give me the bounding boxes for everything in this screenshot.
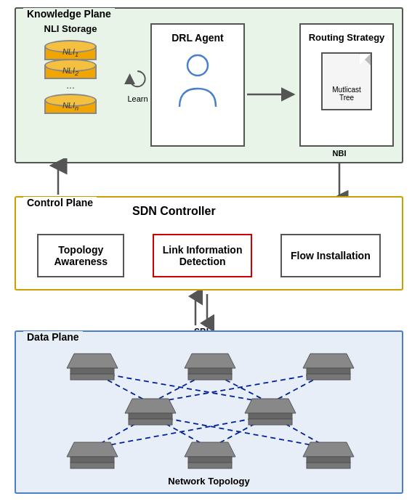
cylinder-label-1: NLI1 xyxy=(44,47,97,58)
svg-rect-34 xyxy=(70,457,114,463)
svg-rect-23 xyxy=(188,374,232,380)
switch-top-mid xyxy=(185,354,235,380)
sdn-controller-label: SDN Controller xyxy=(132,205,216,218)
svg-line-10 xyxy=(150,372,328,403)
cylinder-1: NLI1 xyxy=(44,40,97,60)
nli-storage-label: NLI Storage xyxy=(44,23,97,34)
link-info-box: Link InformationDetection xyxy=(153,234,253,277)
knowledge-plane: Knowledge Plane NLI Storage NLI1 NLI2 ··… xyxy=(15,7,403,163)
learn-label: Learn xyxy=(127,94,148,103)
svg-marker-39 xyxy=(303,442,354,457)
link-info-label: Link InformationDetection xyxy=(163,244,243,267)
svg-rect-41 xyxy=(307,463,350,468)
cylinder-label-n: NLIn xyxy=(44,101,97,112)
routing-strategy-box: Routing Strategy Mutlicast Tree xyxy=(299,23,394,147)
cylinder-dots: ··· xyxy=(66,82,75,92)
svg-rect-20 xyxy=(70,374,114,380)
person-icon xyxy=(176,52,219,110)
svg-rect-25 xyxy=(307,368,350,374)
doc-icon: Mutlicast Tree xyxy=(321,52,372,110)
sbi-arrow-icon xyxy=(179,290,223,330)
svg-marker-24 xyxy=(303,354,354,368)
drl-to-routing-arrow xyxy=(247,87,299,102)
flow-install-label: Flow Installation xyxy=(291,250,371,261)
cylinder-2: NLI2 xyxy=(44,59,97,79)
switch-mid-left xyxy=(125,399,176,425)
switch-mid-right xyxy=(245,399,296,425)
flow-install-box: Flow Installation xyxy=(280,234,381,277)
switch-bot-right xyxy=(303,442,354,468)
topology-grid: .dashed { stroke: #002299; stroke-width:… xyxy=(38,346,380,470)
switch-bot-mid xyxy=(185,442,235,468)
svg-line-7 xyxy=(92,372,270,403)
circular-arrow-icon xyxy=(121,67,154,92)
switch-top-right xyxy=(303,354,354,380)
svg-rect-22 xyxy=(188,368,232,374)
svg-rect-31 xyxy=(249,413,292,419)
svg-marker-33 xyxy=(67,442,118,457)
control-plane-label: Control Plane xyxy=(23,197,97,208)
svg-marker-18 xyxy=(67,354,118,368)
right-arrow-icon xyxy=(247,87,299,102)
network-topology-label: Network Topology xyxy=(16,476,402,487)
cylinders: NLI1 NLI2 ··· NLIn xyxy=(44,40,97,114)
nbi-right-label: NBI xyxy=(333,149,347,158)
knowledge-plane-label: Knowledge Plane xyxy=(23,8,115,20)
svg-rect-28 xyxy=(129,413,172,419)
nbi-up-arrow-icon xyxy=(47,158,69,198)
learn-arrow: Learn xyxy=(121,67,154,103)
svg-marker-21 xyxy=(185,354,235,368)
svg-line-15 xyxy=(92,415,270,448)
data-plane-label: Data Plane xyxy=(23,331,83,343)
svg-rect-38 xyxy=(188,463,232,468)
svg-rect-29 xyxy=(129,419,172,425)
nli-storage: NLI Storage NLI1 NLI2 ··· xyxy=(27,23,114,150)
svg-rect-32 xyxy=(249,419,292,425)
topology-awareness-label: TopologyAwareness xyxy=(54,244,108,267)
svg-rect-26 xyxy=(307,374,350,380)
data-plane: Data Plane .dashed { stroke: #002299; st… xyxy=(15,330,403,494)
svg-point-0 xyxy=(187,55,208,76)
cylinder-n: NLIn xyxy=(44,94,97,114)
cylinder-label-2: NLI2 xyxy=(44,66,97,77)
doc-fold-inner xyxy=(360,54,371,65)
svg-marker-36 xyxy=(185,442,235,457)
drl-agent-label: DRL Agent xyxy=(171,32,224,44)
svg-rect-40 xyxy=(307,457,350,463)
doc-text: Mutlicast Tree xyxy=(326,86,367,102)
svg-marker-27 xyxy=(125,399,176,413)
controller-boxes: TopologyAwareness Link InformationDetect… xyxy=(23,230,395,281)
control-plane: Control Plane SDN Controller TopologyAwa… xyxy=(15,196,403,290)
network-topology-svg: .dashed { stroke: #002299; stroke-width:… xyxy=(38,346,383,473)
topology-awareness-box: TopologyAwareness xyxy=(37,234,124,277)
drl-agent-box: DRL Agent xyxy=(150,23,245,147)
switch-top-left xyxy=(67,354,118,380)
switch-bot-left xyxy=(67,442,118,468)
svg-marker-30 xyxy=(245,399,296,413)
routing-strategy-label: Routing Strategy xyxy=(309,32,385,43)
diagram: Knowledge Plane NLI Storage NLI1 NLI2 ··… xyxy=(0,0,420,504)
svg-rect-35 xyxy=(70,463,114,468)
svg-rect-19 xyxy=(70,368,114,374)
svg-rect-37 xyxy=(188,457,232,463)
